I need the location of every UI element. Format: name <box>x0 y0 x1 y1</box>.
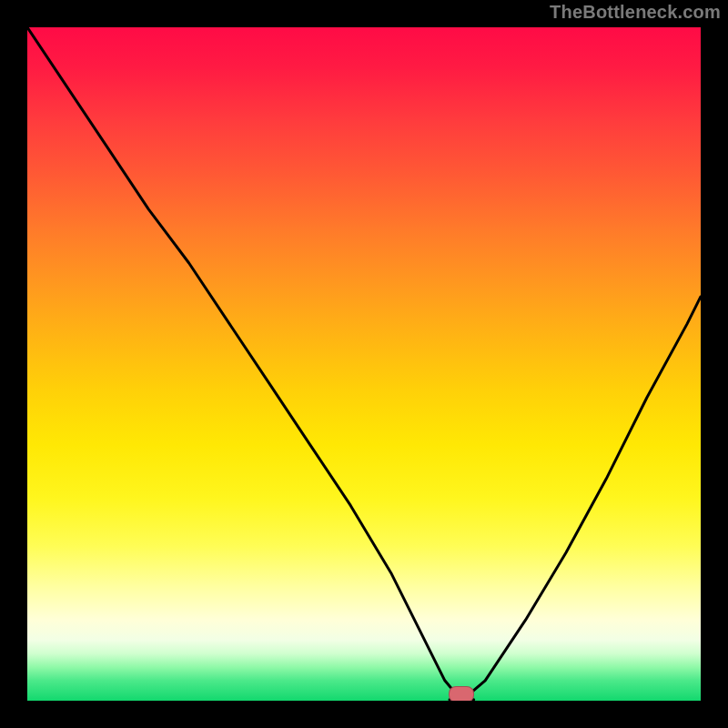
bottleneck-curve <box>27 27 701 701</box>
plot-area <box>27 27 701 701</box>
chart-frame: TheBottleneck.com <box>0 0 728 728</box>
optimal-point-marker <box>449 686 474 701</box>
attribution-label: TheBottleneck.com <box>550 2 721 23</box>
